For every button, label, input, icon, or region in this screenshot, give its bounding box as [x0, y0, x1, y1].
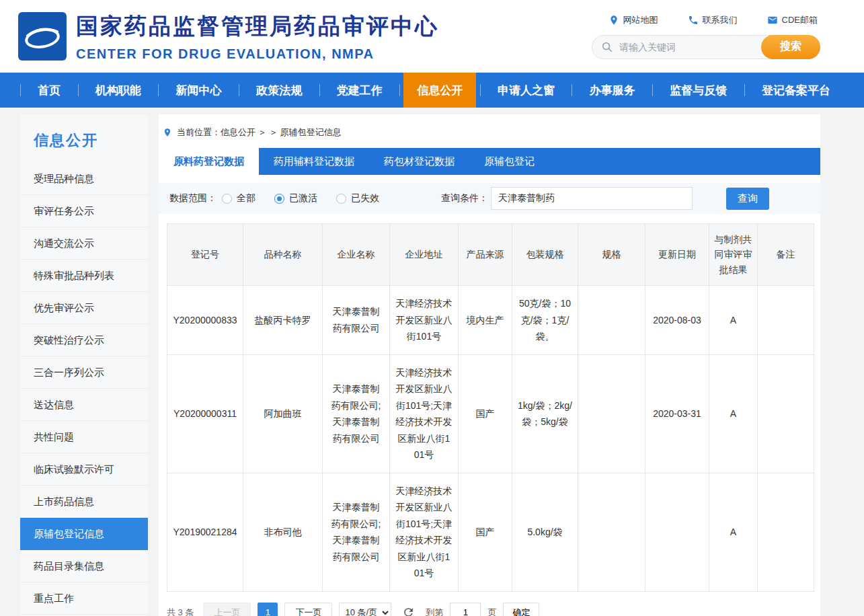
- table-row: Y20200000311 阿加曲班 天津泰普制药有限公司;天津泰普制药有限公司 …: [167, 354, 814, 473]
- cell-address: 天津经济技术开发区新业八街101号;天津经济技术开发区新业八街101号: [390, 473, 459, 591]
- page-number-1[interactable]: 1: [258, 603, 278, 616]
- col-company: 企业名称: [323, 224, 390, 286]
- tabbar: 原料药登记数据 药用辅料登记数据 药包材登记数据 原辅包登记: [159, 148, 820, 175]
- search-button[interactable]: 搜索: [761, 35, 820, 59]
- refresh-icon: [402, 606, 415, 616]
- radio-circle-icon: [222, 194, 232, 204]
- query-button[interactable]: 查询: [726, 188, 769, 210]
- cell-remark: [758, 473, 814, 591]
- sidebar-item-special-approval[interactable]: 特殊审批品种列表: [20, 260, 148, 292]
- nav-item-news[interactable]: 新闻中心: [163, 73, 235, 108]
- col-update-date: 更新日期: [645, 224, 709, 286]
- next-page-button[interactable]: 下一页: [284, 603, 332, 616]
- cell-reg-no: Y20200000833: [167, 286, 243, 355]
- pagination-total: 共 3 条: [167, 607, 194, 616]
- cell-origin: 国产: [459, 354, 512, 473]
- breadcrumb: 当前位置：信息公开 ＞ ＞ 原辅包登记信息: [163, 126, 820, 139]
- nav-item-applicant-window[interactable]: 申请人之窗: [484, 73, 568, 108]
- radio-label-activated: 已激活: [289, 192, 317, 204]
- link-sitemap[interactable]: 网站地图: [608, 14, 658, 26]
- page: 国家药品监督管理局药品审评中心 CENTER FOR DRUG EVALUATI…: [0, 0, 864, 616]
- cell-origin: 境内生产: [459, 286, 512, 355]
- sidebar-list: 受理品种信息 审评任务公示 沟通交流公示 特殊审批品种列表 优先审评公示 突破性…: [20, 163, 148, 615]
- sidebar-item-priority-review[interactable]: 优先审评公示: [20, 292, 148, 324]
- nav-separator: [744, 84, 745, 96]
- title-block: 国家药品监督管理局药品审评中心 CENTER FOR DRUG EVALUATI…: [76, 11, 439, 62]
- nav-item-home[interactable]: 首页: [24, 73, 74, 108]
- nav-item-registration-platform[interactable]: 登记备案平台: [748, 73, 844, 108]
- cell-packaging: 5.0kg/袋: [512, 473, 578, 591]
- tab-packaging-registration[interactable]: 药包材登记数据: [369, 148, 469, 175]
- sidebar-item-clinical-trial-license[interactable]: 临床试验默示许可: [20, 453, 148, 486]
- nav-item-info-disclosure[interactable]: 信息公开: [403, 73, 476, 108]
- tab-excipient-registration[interactable]: 药用辅料登记数据: [259, 148, 369, 175]
- tab-api-registration[interactable]: 原料药登记数据: [159, 148, 259, 175]
- table-header-row: 登记号 品种名称 企业名称 企业地址 产品来源 包装规格 规格 更新日期 与制剂…: [167, 224, 814, 286]
- radio-option-activated[interactable]: 已激活: [274, 192, 317, 204]
- link-sitemap-label: 网站地图: [623, 14, 658, 26]
- table-row: Y20190021284 非布司他 天津泰普制药有限公司;天津泰普制药有限公司 …: [167, 473, 814, 591]
- table-row: Y20200000833 盐酸丙卡特罗 天津泰普制药有限公司 天津经济技术开发区…: [167, 286, 814, 355]
- tab-raw-aux-pack[interactable]: 原辅包登记: [469, 148, 549, 175]
- pagination: 共 3 条 上一页 1 下一页 10 条/页 到第 页 确定: [167, 603, 812, 616]
- col-reg-no: 登记号: [167, 224, 243, 286]
- cell-update-date: 2020-03-31: [645, 354, 709, 473]
- sidebar-item-delivery-info[interactable]: 送达信息: [20, 389, 148, 421]
- col-review-result: 与制剂共同审评审批结果: [709, 224, 758, 286]
- radio-circle-checked-icon: [274, 194, 284, 204]
- query-input[interactable]: [491, 187, 693, 210]
- nav-item-functions[interactable]: 机构职能: [82, 73, 155, 108]
- nav-item-services[interactable]: 办事服务: [576, 73, 649, 108]
- col-spec: 规格: [578, 224, 645, 286]
- mail-icon: [767, 15, 778, 26]
- cell-spec: [578, 286, 645, 355]
- link-contact[interactable]: 联系我们: [688, 14, 738, 26]
- phone-icon: [688, 15, 699, 26]
- location-pin-icon: [608, 15, 619, 26]
- goto-page-input[interactable]: [450, 603, 481, 616]
- sidebar-item-raw-material-registration[interactable]: 原辅包登记信息: [20, 518, 148, 550]
- cell-address: 天津经济技术开发区新业八街101号;天津经济技术开发区新业八街101号: [390, 354, 459, 473]
- radio-option-expired[interactable]: 已失效: [336, 192, 379, 204]
- nav-separator: [20, 84, 21, 96]
- cell-review-result: A: [709, 473, 758, 591]
- prev-page-button[interactable]: 上一页: [203, 603, 251, 616]
- cell-product-name: 阿加曲班: [243, 354, 323, 473]
- cell-spec: [578, 473, 645, 591]
- col-product-name: 品种名称: [243, 224, 323, 286]
- sidebar-item-drug-catalog[interactable]: 药品目录集信息: [20, 550, 148, 582]
- sidebar-item-review-tasks[interactable]: 审评任务公示: [20, 195, 148, 227]
- cde-logo-icon: [18, 12, 67, 61]
- sidebar-item-accepted-varieties[interactable]: 受理品种信息: [20, 163, 148, 195]
- cde-logo[interactable]: [18, 12, 67, 61]
- sidebar-item-three-in-one[interactable]: 三合一序列公示: [20, 356, 148, 389]
- page-size-select[interactable]: 10 条/页: [339, 603, 391, 616]
- cell-review-result: A: [709, 286, 758, 355]
- search-icon: [601, 41, 613, 53]
- sidebar-item-marketed-drugs[interactable]: 上市药品信息: [20, 486, 148, 518]
- col-origin: 产品来源: [459, 224, 512, 286]
- query-label: 查询条件：: [441, 192, 488, 204]
- nav-separator: [239, 84, 239, 96]
- search-bar: 搜索: [592, 35, 820, 59]
- cell-packaging: 1kg/袋；2kg/袋；5kg/袋: [512, 354, 578, 473]
- goto-confirm-button[interactable]: 确定: [503, 603, 539, 616]
- sidebar-item-breakthrough-therapy[interactable]: 突破性治疗公示: [20, 324, 148, 356]
- radio-option-all[interactable]: 全部: [222, 192, 256, 204]
- goto-label: 到第: [426, 607, 443, 616]
- site-subtitle: CENTER FOR DRUG EVALUATION, NMPA: [76, 46, 439, 62]
- sidebar-title: 信息公开: [20, 114, 148, 163]
- sidebar-item-communication[interactable]: 沟通交流公示: [20, 227, 148, 260]
- nav-item-supervision[interactable]: 监督与反馈: [656, 73, 740, 108]
- scope-label: 数据范围：: [169, 192, 217, 204]
- main-nav: 首页 机构职能 新闻中心 政策法规 党建工作 信息公开 申请人之窗 办事服务 监…: [0, 73, 864, 108]
- nav-separator: [480, 84, 481, 96]
- link-cde-mail[interactable]: CDE邮箱: [767, 14, 818, 26]
- refresh-button[interactable]: [402, 606, 415, 616]
- sidebar-item-common-issues[interactable]: 共性问题: [20, 421, 148, 453]
- sidebar-item-key-work[interactable]: 重点工作: [20, 582, 148, 615]
- nav-item-party[interactable]: 党建工作: [323, 73, 396, 108]
- cell-update-date: 2020-08-03: [645, 286, 709, 355]
- radio-label-all: 全部: [237, 192, 256, 204]
- nav-item-policy[interactable]: 政策法规: [243, 73, 315, 108]
